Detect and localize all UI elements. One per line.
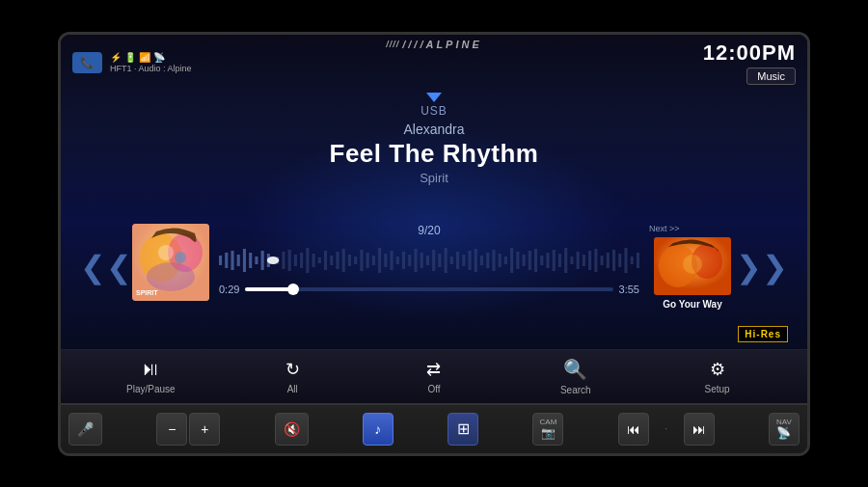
shuffle-icon: ⇄ bbox=[426, 359, 441, 380]
svg-rect-8 bbox=[231, 251, 233, 270]
svg-rect-6 bbox=[219, 256, 222, 265]
skip-prev-button[interactable]: ⏮ bbox=[618, 413, 649, 446]
music-source-button[interactable]: ♪ bbox=[363, 413, 393, 446]
progress-bar-row: 0:29 3:55 bbox=[219, 284, 639, 295]
svg-rect-13 bbox=[261, 251, 264, 270]
svg-rect-68 bbox=[594, 249, 597, 272]
svg-rect-63 bbox=[564, 248, 567, 273]
signal-icons: ⚡ 🔋 📶 📡 bbox=[110, 52, 192, 63]
svg-rect-25 bbox=[336, 252, 339, 269]
status-icons: ⚡ 🔋 📶 📡 HFT1 · Audio : Alpine bbox=[110, 52, 192, 73]
svg-rect-47 bbox=[468, 251, 471, 270]
hft-status-text: HFT1 · Audio : Alpine bbox=[110, 64, 192, 73]
svg-rect-57 bbox=[529, 251, 531, 270]
svg-rect-40 bbox=[426, 256, 429, 265]
skip-next-icon: ⏭ bbox=[692, 421, 706, 437]
svg-rect-27 bbox=[348, 255, 351, 266]
prev-track-button[interactable]: ❮❮ bbox=[80, 249, 132, 285]
svg-rect-62 bbox=[558, 254, 561, 267]
svg-rect-60 bbox=[546, 253, 549, 268]
skip-next-button[interactable]: ⏭ bbox=[684, 413, 715, 446]
next-track: Next >> bbox=[649, 224, 736, 311]
svg-point-80 bbox=[683, 255, 702, 274]
nav-button[interactable]: NAV 📡 bbox=[769, 413, 800, 446]
svg-rect-59 bbox=[540, 256, 543, 265]
top-right-section: 12:00PM Music bbox=[703, 41, 796, 85]
album-art-label-line2: Alexandra bbox=[136, 300, 163, 301]
source-arrow-icon bbox=[426, 93, 442, 102]
svg-rect-74 bbox=[631, 257, 634, 264]
svg-rect-73 bbox=[624, 248, 627, 273]
track-title: Feel The Rhythm bbox=[330, 139, 539, 169]
shuffle-label: Off bbox=[427, 384, 440, 394]
album-art: SPIRIT Alexandra bbox=[132, 224, 209, 301]
svg-rect-54 bbox=[510, 248, 513, 273]
svg-rect-30 bbox=[366, 253, 369, 268]
svg-rect-70 bbox=[607, 253, 610, 268]
svg-rect-67 bbox=[588, 251, 591, 270]
battery-icon: 🔋 bbox=[124, 52, 136, 63]
svg-rect-34 bbox=[391, 251, 393, 270]
music-note-icon: ♪ bbox=[374, 421, 381, 437]
svg-rect-53 bbox=[504, 257, 507, 264]
signal-icon: 📶 bbox=[139, 52, 150, 63]
cam-button[interactable]: CAM 📷 bbox=[532, 413, 563, 446]
svg-rect-46 bbox=[462, 255, 465, 266]
svg-rect-65 bbox=[577, 252, 580, 269]
phone-button[interactable]: 📞 bbox=[72, 52, 102, 73]
top-left-section: 📞 ⚡ 🔋 📶 📡 HFT1 · Audio : Alpine bbox=[72, 52, 192, 73]
skip-prev-icon: ⏮ bbox=[627, 421, 640, 437]
repeat-button[interactable]: ↻ All bbox=[263, 359, 321, 394]
svg-point-76 bbox=[267, 257, 279, 264]
album-art-label-line1: SPIRIT bbox=[136, 289, 158, 296]
svg-rect-55 bbox=[516, 252, 519, 269]
setup-label: Setup bbox=[705, 384, 730, 394]
svg-rect-48 bbox=[475, 249, 477, 272]
vol-plus-button[interactable]: + bbox=[189, 413, 220, 446]
svg-rect-29 bbox=[360, 250, 363, 271]
clock-display: 12:00PM bbox=[703, 41, 796, 66]
play-pause-label: Play/Pause bbox=[126, 384, 176, 394]
svg-rect-69 bbox=[601, 256, 604, 265]
svg-rect-23 bbox=[324, 251, 327, 270]
svg-rect-51 bbox=[492, 250, 495, 271]
bluetooth-icon: ⚡ bbox=[110, 52, 122, 63]
alpine-logo: //// ////ALPINE bbox=[386, 39, 482, 50]
svg-rect-19 bbox=[300, 253, 303, 268]
track-artist: Alexandra bbox=[403, 122, 464, 137]
mute-button[interactable]: 🔇 bbox=[275, 413, 309, 446]
svg-rect-26 bbox=[342, 249, 345, 272]
phone-icon: 📞 bbox=[80, 56, 95, 69]
track-info: Alexandra Feel The Rhythm Spirit bbox=[61, 122, 807, 185]
svg-point-4 bbox=[158, 245, 174, 260]
svg-rect-49 bbox=[480, 256, 483, 265]
skip-group: ⏮ · ⏭ bbox=[618, 413, 715, 446]
next-track-button[interactable]: ❯❯ bbox=[736, 249, 788, 285]
time-total: 3:55 bbox=[619, 284, 639, 295]
main-screen: 📞 ⚡ 🔋 📶 📡 HFT1 · Audio : Alpine //// / bbox=[61, 35, 807, 349]
album-art-image: SPIRIT Alexandra bbox=[132, 224, 209, 301]
progress-thumb bbox=[287, 284, 299, 295]
svg-rect-17 bbox=[288, 250, 291, 271]
mic-button[interactable]: 🎤 bbox=[68, 413, 102, 446]
search-button[interactable]: 🔍 Search bbox=[547, 358, 605, 395]
svg-rect-10 bbox=[243, 249, 246, 272]
search-label: Search bbox=[560, 385, 591, 395]
next-track-title: Go Your Way bbox=[663, 299, 722, 311]
nav-icon: 📡 bbox=[776, 426, 791, 440]
skip-dot: · bbox=[651, 413, 682, 446]
track-count: 9/20 bbox=[418, 224, 440, 237]
play-pause-button[interactable]: ⏯ Play/Pause bbox=[122, 358, 179, 394]
vol-minus-button[interactable]: − bbox=[156, 413, 187, 446]
hardware-bar: 🎤 − + 🔇 ♪ ⊞ CAM 📷 bbox=[61, 403, 807, 453]
brand-name: ////ALPINE bbox=[402, 39, 482, 50]
setup-button[interactable]: ⚙ Setup bbox=[689, 359, 746, 394]
progress-bar[interactable] bbox=[245, 287, 612, 291]
svg-rect-35 bbox=[396, 257, 399, 264]
home-grid-button[interactable]: ⊞ bbox=[448, 413, 478, 446]
svg-rect-72 bbox=[618, 254, 621, 267]
shuffle-button[interactable]: ⇄ Off bbox=[405, 359, 463, 394]
svg-rect-44 bbox=[450, 257, 453, 264]
repeat-icon: ↻ bbox=[285, 359, 300, 380]
source-section: USB bbox=[61, 93, 807, 118]
